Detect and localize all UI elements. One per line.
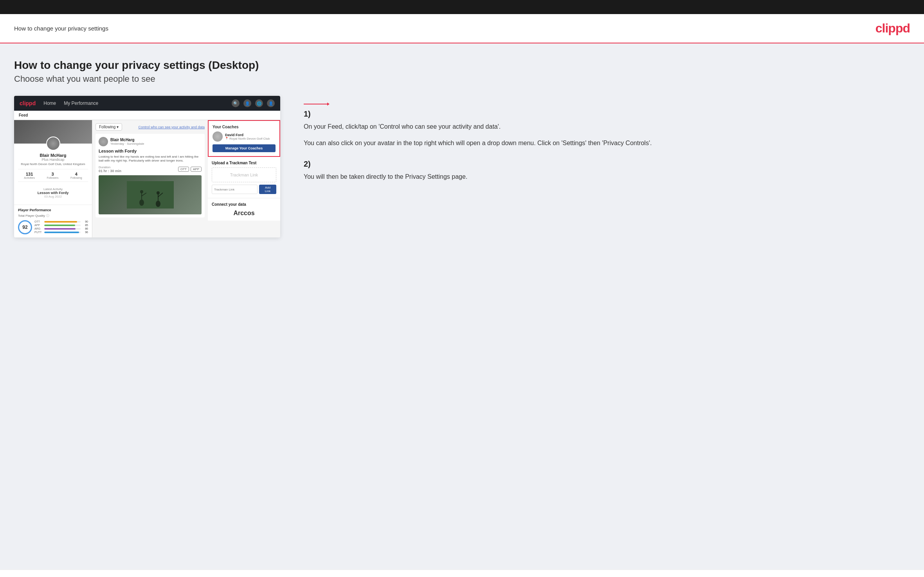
svg-point-4 — [140, 190, 143, 193]
latest-activity-date: 03 Aug 2022 — [22, 195, 84, 198]
top-bar — [0, 0, 924, 14]
control-link-container: Control who can see your activity and da… — [138, 125, 205, 129]
activity-user: Blair McHarg Yesterday · Sunningdale — [99, 137, 202, 146]
main-subheading: Choose what you want people to see — [14, 74, 910, 84]
coach-item: David Ford 📍 Royal North Devon Golf Club — [213, 131, 276, 142]
search-icon[interactable]: 🔍 — [232, 99, 240, 107]
annotation-line-area — [304, 96, 902, 106]
coach-avatar — [213, 131, 223, 142]
feed-tab[interactable]: Feed — [14, 111, 280, 120]
coach-info: David Ford 📍 Royal North Devon Golf Club — [225, 133, 270, 140]
trackman-placeholder: Trackman Link — [212, 167, 276, 182]
step1-text1: On your Feed, click/tap on 'Control who … — [304, 122, 902, 132]
duration-row: Duration 01 hr : 30 min OTT APP — [99, 165, 202, 173]
trackman-section: Upload a Trackman Test Trackman Link Add… — [208, 157, 280, 198]
svg-point-5 — [156, 201, 160, 207]
golf-image-svg — [127, 181, 174, 209]
activities-count: 131 — [24, 172, 35, 176]
following-stat: 4 Following — [70, 172, 82, 179]
coaches-title: Your Coaches — [213, 125, 276, 129]
step1-text2: You can also click on your avatar in the… — [304, 138, 902, 148]
duration-info: Duration 01 hr : 30 min — [99, 165, 121, 173]
activity-title: Lesson with Fordy — [99, 149, 202, 153]
duration-value: 01 hr : 30 min — [99, 169, 121, 173]
instructions-panel: 1) On your Feed, click/tap on 'Control w… — [296, 96, 910, 194]
bar-app: APP 85 — [34, 224, 88, 226]
profile-club: Royal North Devon Golf Club, United King… — [18, 162, 88, 166]
profile-info: Blair McHarg Plus Handicap Royal North D… — [14, 144, 92, 205]
svg-rect-0 — [127, 181, 174, 209]
globe-icon[interactable]: 🌐 — [255, 99, 263, 107]
step1-num: 1) — [304, 110, 902, 119]
duration-label: Duration — [99, 165, 121, 169]
followers-count: 3 — [47, 172, 59, 176]
nav-right: 🔍 👤 🌐 👤 — [232, 99, 275, 107]
followers-stat: 3 Followers — [47, 172, 59, 179]
site-footer: Copyright Clippd 2022 — [0, 570, 924, 577]
following-count: 4 — [70, 172, 82, 176]
latest-activity-label: Latest Activity — [22, 187, 84, 191]
profile-avatar — [46, 137, 60, 151]
profile-name: Blair McHarg — [18, 153, 88, 158]
manage-coaches-button[interactable]: Manage Your Coaches — [213, 144, 276, 152]
svg-point-8 — [157, 191, 160, 194]
activity-user-location: Yesterday · Sunningdale — [110, 142, 144, 146]
control-privacy-link[interactable]: Control who can see your activity and da… — [138, 125, 205, 129]
step2-text: You will then be taken directly to the P… — [304, 172, 902, 182]
coach-club: 📍 Royal North Devon Golf Club — [225, 137, 270, 140]
demo-layout: clippd Home My Performance 🔍 👤 🌐 👤 Feed — [14, 96, 910, 237]
app-logo: clippd — [20, 100, 36, 106]
activity-user-name: Blair McHarg — [110, 138, 144, 142]
activity-user-info: Blair McHarg Yesterday · Sunningdale — [110, 138, 144, 146]
connect-section: Connect your data Arccos — [208, 198, 280, 221]
following-header: Following ▾ Control who can see your act… — [95, 123, 205, 131]
app-screenshot: clippd Home My Performance 🔍 👤 🌐 👤 Feed — [14, 96, 280, 237]
nav-my-performance[interactable]: My Performance — [64, 101, 98, 106]
followers-label: Followers — [47, 176, 59, 179]
activity-image — [99, 175, 202, 214]
coaches-card: Your Coaches David Ford 📍 Royal North De… — [208, 120, 280, 157]
bar-arg: ARG 86 — [34, 227, 88, 230]
person-icon[interactable]: 👤 — [243, 99, 251, 107]
activities-stat: 131 Activities — [24, 172, 35, 179]
add-link-button[interactable]: Add Link — [259, 185, 276, 194]
app-body: Blair McHarg Plus Handicap Royal North D… — [14, 120, 280, 237]
quality-label: Total Player Quality ⓘ — [18, 214, 88, 218]
trackman-input-row: Add Link — [212, 185, 276, 194]
trackman-title: Upload a Trackman Test — [212, 161, 276, 165]
trackman-link-input[interactable] — [212, 185, 258, 194]
step2-num: 2) — [304, 160, 902, 169]
tag-app: APP — [191, 167, 202, 172]
activities-label: Activities — [24, 176, 35, 179]
bar-ott: OTT 90 — [34, 220, 88, 223]
latest-activity: Latest Activity Lesson with Fordy 03 Aug… — [18, 185, 88, 201]
main-heading: How to change your privacy settings (Des… — [14, 59, 910, 72]
avatar-icon[interactable]: 👤 — [267, 99, 275, 107]
arccos-logo: Arccos — [212, 210, 276, 217]
activity-description: Looking to feel like my hands are exitin… — [99, 155, 202, 163]
following-button[interactable]: Following ▾ — [95, 123, 122, 131]
app-nav: clippd Home My Performance 🔍 👤 🌐 👤 — [14, 96, 280, 111]
latest-activity-name: Lesson with Fordy — [22, 191, 84, 195]
page-title: How to change your privacy settings — [14, 25, 108, 32]
profile-stats: 131 Activities 3 Followers 4 Following — [18, 169, 88, 182]
nav-home[interactable]: Home — [43, 101, 56, 106]
quality-section: 92 OTT 90 APP 85 — [18, 220, 88, 234]
connect-title: Connect your data — [212, 202, 276, 207]
profile-cover — [14, 120, 92, 144]
activity-user-avatar — [99, 137, 108, 146]
instruction-step2: 2) You will then be taken directly to th… — [304, 160, 902, 182]
quality-bars: OTT 90 APP 85 ARG — [34, 220, 88, 234]
svg-point-1 — [139, 200, 144, 206]
clippd-logo: clippd — [875, 21, 910, 36]
activity-card: Blair McHarg Yesterday · Sunningdale Les… — [95, 134, 205, 217]
profile-sidebar: Blair McHarg Plus Handicap Royal North D… — [14, 120, 92, 237]
arrow-head — [327, 102, 330, 106]
player-performance: Player Performance Total Player Quality … — [14, 205, 92, 237]
quality-info-icon: ⓘ — [46, 214, 49, 218]
bar-putt: PUTT 96 — [34, 231, 88, 234]
following-label: Following — [70, 176, 82, 179]
quality-score: 92 — [18, 220, 32, 234]
tag-ott: OTT — [178, 167, 189, 172]
site-header: How to change your privacy settings clip… — [0, 14, 924, 43]
